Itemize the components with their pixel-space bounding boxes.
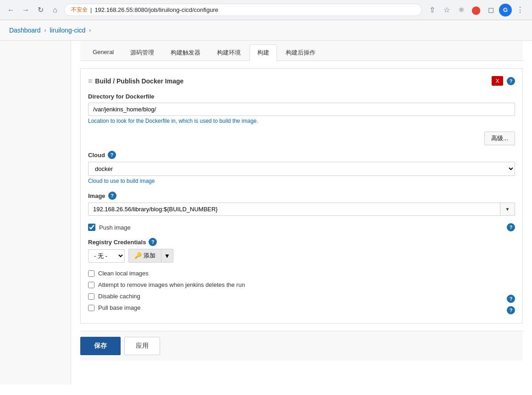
- panel-actions: X ?: [492, 76, 515, 86]
- image-help-icon[interactable]: ?: [108, 192, 116, 200]
- image-dropdown-button[interactable]: ▼: [500, 203, 515, 215]
- extensions-button[interactable]: ◻: [484, 4, 497, 16]
- push-row: Push image ?: [88, 223, 515, 231]
- address-separator: |: [90, 6, 92, 13]
- registry-credentials-group: Registry Credentials ? - 无 - 🔑 添加 ▼: [88, 238, 515, 263]
- tab-bar: General 源码管理 构建触发器 构建环境 构建 构建后操作: [80, 41, 523, 61]
- disable-caching-row: Disable caching ?: [88, 293, 515, 304]
- address-url: 192.168.26.55:8080/job/liruilong-cicd/co…: [94, 6, 218, 13]
- breadcrumb-sep-1: ›: [44, 27, 46, 33]
- layout-wrapper: General 源码管理 构建触发器 构建环境 构建 构建后操作 ≡ Build…: [0, 41, 532, 384]
- directory-label: Directory for Dockerfile: [88, 93, 515, 100]
- reload-button[interactable]: ↻: [35, 5, 46, 16]
- security-warning: 不安全: [71, 6, 88, 14]
- page: Dashboard › liruilong-cicd › General 源码管…: [0, 20, 532, 395]
- chrome-icon[interactable]: ⬤: [470, 4, 482, 16]
- image-label: Image ?: [88, 192, 515, 200]
- forward-button[interactable]: →: [20, 5, 31, 16]
- advanced-button[interactable]: 高级...: [484, 132, 515, 145]
- tab-trigger[interactable]: 构建触发器: [163, 44, 208, 60]
- drag-handle[interactable]: ≡: [88, 77, 92, 85]
- tab-source[interactable]: 源码管理: [122, 44, 162, 60]
- panel-header: ≡ Build / Publish Docker Image X ?: [88, 76, 515, 86]
- image-input[interactable]: [89, 203, 500, 215]
- clean-local-checkbox[interactable]: [88, 270, 94, 277]
- save-button[interactable]: 保存: [80, 337, 121, 355]
- share-button[interactable]: ⇧: [426, 4, 438, 16]
- tab-general[interactable]: General: [85, 44, 122, 60]
- home-button[interactable]: ⌂: [50, 5, 61, 16]
- push-image-label: Push image: [99, 224, 131, 231]
- image-input-group: ▼: [88, 203, 515, 216]
- breadcrumb-sep-2: ›: [89, 27, 91, 33]
- directory-hint: Location to look for the Dockerfile in, …: [88, 118, 515, 124]
- advanced-row: 高级...: [88, 132, 515, 145]
- panel-title-text: Build / Publish Docker Image: [95, 77, 183, 85]
- bookmark-button[interactable]: ☆: [440, 4, 453, 16]
- credentials-row: - 无 - 🔑 添加 ▼: [88, 249, 515, 263]
- directory-input[interactable]: [88, 103, 515, 116]
- browser-chrome: ← → ↻ ⌂ 不安全 | 192.168.26.55:8080/job/lir…: [0, 0, 532, 20]
- extension-button[interactable]: ⚛: [455, 4, 468, 16]
- bottom-bar: 保存 应用: [80, 331, 523, 361]
- add-credential-button[interactable]: 🔑 添加: [128, 249, 161, 263]
- pull-base-checkbox[interactable]: [88, 305, 94, 311]
- breadcrumb-dashboard[interactable]: Dashboard: [9, 27, 41, 34]
- cloud-help-icon[interactable]: ?: [108, 151, 116, 159]
- cloud-group: Cloud ? docker Cloud to use to build ima…: [88, 151, 515, 184]
- attempt-remove-label: Attempt to remove images when jenkins de…: [98, 281, 245, 288]
- disable-caching-label: Disable caching: [98, 293, 140, 300]
- directory-group: Directory for Dockerfile Location to loo…: [88, 93, 515, 124]
- cloud-select[interactable]: docker: [88, 162, 515, 176]
- tab-post[interactable]: 构建后操作: [278, 44, 323, 60]
- disable-caching-checkbox[interactable]: [88, 293, 94, 300]
- delete-button[interactable]: X: [492, 76, 503, 86]
- checkbox-attempt-remove: Attempt to remove images when jenkins de…: [88, 281, 515, 288]
- checkbox-disable-caching-inner: Disable caching: [88, 293, 507, 300]
- checkbox-clean-local: Clean local images: [88, 270, 515, 277]
- registry-help-icon[interactable]: ?: [149, 238, 157, 246]
- cloud-hint: Cloud to use to build image: [88, 178, 515, 184]
- cloud-label: Cloud ?: [88, 151, 515, 159]
- sidebar: [0, 41, 71, 384]
- pull-base-label: Pull base image: [98, 304, 141, 311]
- browser-actions: ⇧ ☆ ⚛ ⬤ ◻ G ⋮: [426, 4, 526, 16]
- registry-label: Registry Credentials ?: [88, 238, 515, 246]
- add-credential-wrapper: 🔑 添加 ▼: [128, 249, 173, 263]
- add-credential-dropdown[interactable]: ▼: [161, 249, 173, 263]
- image-group: Image ? ▼: [88, 192, 515, 216]
- pull-base-row: Pull base image ?: [88, 304, 515, 316]
- breadcrumb: Dashboard › liruilong-cicd ›: [0, 20, 532, 41]
- attempt-remove-checkbox[interactable]: [88, 282, 94, 288]
- tab-env[interactable]: 构建环境: [209, 44, 249, 60]
- disable-caching-help-icon[interactable]: ?: [507, 295, 515, 303]
- panel-help-icon[interactable]: ?: [507, 77, 515, 85]
- checkbox-pull-base-inner: Pull base image: [88, 304, 507, 311]
- apply-button[interactable]: 应用: [124, 337, 160, 355]
- profile-button[interactable]: G: [499, 4, 512, 16]
- pull-base-help-icon[interactable]: ?: [507, 306, 515, 314]
- panel-title: ≡ Build / Publish Docker Image: [88, 77, 183, 85]
- push-image-checkbox[interactable]: [88, 224, 95, 231]
- push-help-icon[interactable]: ?: [507, 223, 515, 231]
- address-bar[interactable]: 不安全 | 192.168.26.55:8080/job/liruilong-c…: [64, 4, 422, 16]
- clean-local-label: Clean local images: [98, 270, 149, 277]
- tab-build[interactable]: 构建: [249, 44, 277, 61]
- breadcrumb-project[interactable]: liruilong-cicd: [50, 27, 86, 34]
- build-panel: ≡ Build / Publish Docker Image X ? Direc…: [80, 68, 523, 324]
- back-button[interactable]: ←: [6, 5, 17, 16]
- credentials-select[interactable]: - 无 -: [88, 249, 125, 263]
- menu-button[interactable]: ⋮: [514, 4, 526, 16]
- main-content: General 源码管理 构建触发器 构建环境 构建 构建后操作 ≡ Build…: [71, 41, 532, 384]
